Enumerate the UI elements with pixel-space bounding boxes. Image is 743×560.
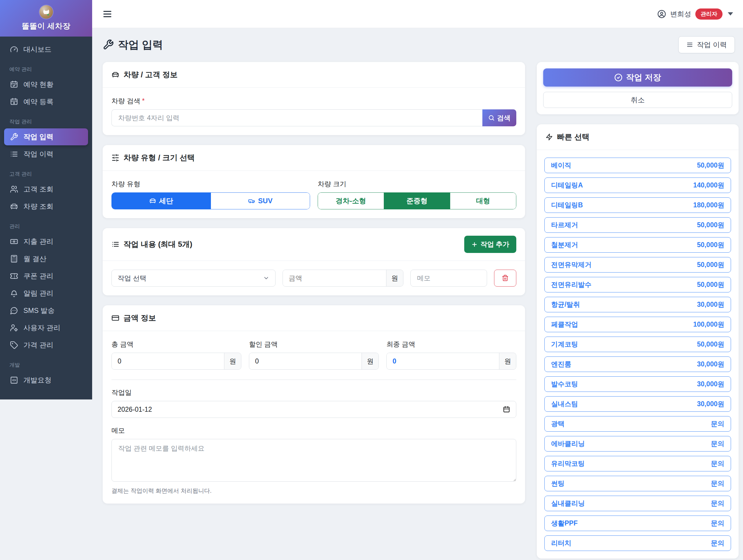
vehicle-search-input[interactable]	[112, 109, 482, 126]
sidebar-item-expense[interactable]: 지출 관리	[4, 233, 88, 250]
sliders-icon	[112, 154, 119, 162]
sidebar-section-dev: 개발	[0, 354, 92, 371]
caret-down-icon	[728, 12, 733, 15]
memo-textarea[interactable]	[112, 439, 516, 482]
brand-avatar	[40, 5, 53, 19]
check-circle-icon	[614, 74, 622, 82]
sidebar-item-vehicle-lookup[interactable]: 차량 조회	[4, 198, 88, 215]
user-menu[interactable]: 변희성 관리자	[657, 8, 733, 19]
sidebar-item-label: SMS 발송	[24, 306, 55, 315]
quick-item-front-film-removal[interactable]: 전면유막제거 50,000원	[544, 257, 731, 273]
quick-item-basic[interactable]: 베이직 50,000원	[544, 157, 731, 173]
sidebar-item-work-history[interactable]: 작업 이력	[4, 146, 88, 162]
sidebar-item-label: 예약 등록	[24, 97, 53, 106]
delete-work-button[interactable]	[494, 270, 516, 287]
work-history-button[interactable]: 작업 이력	[679, 36, 735, 53]
quick-item-interior-steam[interactable]: 실내스팀 30,000원	[544, 396, 731, 412]
total-amount-field: 총 금액 원	[112, 340, 241, 370]
sidebar-item-customer-lookup[interactable]: 고객 조회	[4, 181, 88, 198]
size-option-small[interactable]: 경차-소형	[318, 193, 384, 209]
quick-item-polish[interactable]: 광택 문의	[544, 416, 731, 432]
sidebar-item-label: 작업 입력	[24, 132, 53, 142]
calendar-icon	[503, 406, 510, 413]
dog-avatar-icon	[41, 7, 51, 17]
currency-suffix: 원	[361, 353, 379, 369]
memo-label: 메모	[112, 426, 516, 435]
sidebar-item-label: 쿠폰 관리	[24, 271, 53, 281]
quick-item-water-repellent-coating[interactable]: 발수코팅 30,000원	[544, 376, 731, 392]
quick-item-eva-cleaning[interactable]: 에바클리닝 문의	[544, 436, 731, 452]
search-icon	[488, 114, 495, 121]
sidebar-item-label: 차량 조회	[24, 202, 53, 211]
role-badge: 관리자	[695, 8, 723, 19]
quick-item-detailing-a[interactable]: 디테일링A 140,000원	[544, 178, 731, 193]
quick-item-antibacterial-deodorize[interactable]: 항균/탈취 30,000원	[544, 297, 731, 312]
sidebar-item-monthly-settlement[interactable]: 월 결산	[4, 250, 88, 267]
quick-item-detailing-b[interactable]: 디테일링B 180,000원	[544, 197, 731, 213]
calculator-icon	[10, 255, 18, 263]
work-amount-input[interactable]	[283, 270, 386, 286]
cancel-button[interactable]: 취소	[543, 92, 732, 108]
vehicle-size-label: 차량 크기	[318, 180, 516, 189]
quick-item-iron-removal[interactable]: 철분제거 50,000원	[544, 237, 731, 253]
hamburger-icon	[102, 9, 113, 19]
total-amount-input[interactable]	[112, 353, 224, 369]
discount-amount-input[interactable]	[249, 353, 361, 369]
sidebar-item-price-management[interactable]: 가격 관리	[4, 337, 88, 354]
size-option-mid[interactable]: 준중형	[384, 193, 450, 209]
work-memo-input[interactable]	[410, 270, 487, 287]
vehicle-type-size-card: 차량 유형 / 크기 선택 차량 유형 세단	[103, 145, 525, 218]
hamburger-menu-button[interactable]	[102, 9, 113, 19]
sidebar-item-notification[interactable]: 알림 관리	[4, 285, 88, 302]
sidebar-item-user-management[interactable]: 사용자 관리	[4, 319, 88, 336]
code-icon	[10, 376, 18, 384]
sidebar-item-sms[interactable]: SMS 발송	[4, 302, 88, 319]
sidebar-item-dev-request[interactable]: 개발요청	[4, 372, 88, 389]
work-content-card: 작업 내용 (최대 5개) 작업 추가 작업 선택	[103, 228, 525, 295]
vehicle-type-label: 차량 유형	[112, 180, 310, 189]
top-bar: 변희성 관리자	[92, 0, 743, 28]
quick-item-tar-removal[interactable]: 타르제거 50,000원	[544, 217, 731, 233]
vehicle-search-label: 차량 검색*	[112, 96, 516, 105]
calendar-plus-icon	[10, 98, 18, 106]
sidebar-item-reservation-register[interactable]: 예약 등록	[4, 93, 88, 110]
plus-icon	[471, 241, 478, 248]
quick-item-retouch[interactable]: 리터치 문의	[544, 535, 731, 551]
payment-note: 결제는 작업이력 화면에서 처리됩니다.	[112, 487, 516, 495]
work-select[interactable]: 작업 선택	[112, 270, 275, 287]
quick-item-engine-room[interactable]: 엔진룸 30,000원	[544, 357, 731, 372]
sidebar-item-work-input[interactable]: 작업 입력	[4, 128, 88, 145]
add-work-button[interactable]: 작업 추가	[464, 236, 516, 253]
quick-item-interior-cleaning[interactable]: 실내클리닝 문의	[544, 496, 731, 511]
vehicle-search-button[interactable]: 검색	[482, 109, 516, 126]
currency-suffix: 원	[386, 270, 403, 286]
sidebar-item-dashboard[interactable]: 대시보드	[4, 41, 88, 58]
type-option-suv[interactable]: SUV	[211, 193, 310, 209]
quick-item-front-glass-repellent[interactable]: 전면유리발수 50,000원	[544, 277, 731, 292]
currency-suffix: 원	[499, 353, 516, 369]
type-option-sedan[interactable]: 세단	[112, 193, 211, 209]
car-icon	[10, 202, 18, 211]
quick-item-tinting[interactable]: 썬팅 문의	[544, 476, 731, 491]
sidebar-nav: 대시보드 예약 관리 예약 현황 예약 등록 작업 관리 작업 입력 작업 이력…	[0, 37, 92, 389]
gauge-icon	[10, 45, 18, 53]
quick-item-life-ppf[interactable]: 생활PPF 문의	[544, 516, 731, 531]
car-icon	[149, 197, 156, 204]
page-header: 작업 입력 작업 이력	[103, 36, 735, 53]
list-icon	[112, 240, 119, 248]
work-row: 작업 선택 원	[112, 270, 516, 287]
sidebar-item-reservation-status[interactable]: 예약 현황	[4, 76, 88, 93]
work-date-label: 작업일	[112, 388, 516, 397]
quick-item-machine-coating[interactable]: 기계코팅 50,000원	[544, 337, 731, 352]
quick-item-glass-coating[interactable]: 유리막코팅 문의	[544, 456, 731, 471]
save-work-button[interactable]: 작업 저장	[543, 68, 732, 87]
work-date-input[interactable]: 2026-01-12	[112, 401, 516, 418]
quick-item-pecl-work[interactable]: 페클작업 100,000원	[544, 317, 731, 332]
tools-icon	[10, 133, 18, 141]
sidebar-item-label: 고객 조회	[24, 185, 53, 194]
tools-icon	[103, 39, 114, 50]
size-option-large[interactable]: 대형	[450, 193, 516, 209]
user-gear-icon	[10, 324, 18, 332]
final-amount-input[interactable]	[387, 353, 499, 369]
sidebar-item-coupon[interactable]: 쿠폰 관리	[4, 268, 88, 285]
